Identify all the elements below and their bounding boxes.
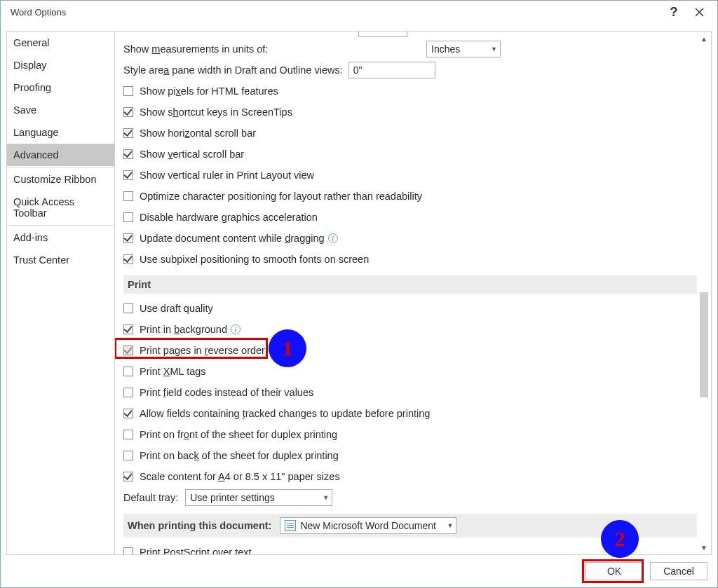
checkbox-label: Use draft quality bbox=[140, 303, 213, 314]
checkbox[interactable] bbox=[123, 324, 133, 334]
checkbox[interactable] bbox=[123, 170, 133, 180]
print-field-codes-row[interactable]: Print field codes instead of their value… bbox=[123, 382, 697, 403]
window-title: Word Options bbox=[11, 7, 661, 18]
checkbox-label: Allow fields containing tracked changes … bbox=[140, 408, 430, 419]
draft-quality-row[interactable]: Use draft quality bbox=[123, 298, 697, 319]
checkbox[interactable] bbox=[123, 107, 133, 117]
sidebar-separator bbox=[7, 167, 114, 167]
print-reverse-row[interactable]: Print pages in reverse order bbox=[123, 340, 697, 361]
measurement-units-value: Inches bbox=[431, 43, 460, 55]
checkbox-label: Show pixels for HTML features bbox=[140, 86, 278, 97]
options-content: ▼ Show measurements in units of: Inches▼… bbox=[115, 31, 712, 555]
checkbox[interactable] bbox=[123, 367, 133, 376]
checkbox-label: Show vertical scroll bar bbox=[140, 149, 244, 160]
checkbox-label: Disable hardware graphics acceleration bbox=[140, 212, 318, 223]
chevron-down-icon: ▼ bbox=[491, 46, 497, 53]
chevron-down-icon: ▼ bbox=[447, 522, 453, 529]
sidebar-item-customize-ribbon[interactable]: Customize Ribbon bbox=[7, 168, 114, 191]
checkbox-label: Print on back of the sheet for duplex pr… bbox=[140, 450, 339, 461]
checkbox-label: Show vertical ruler in Print Layout view bbox=[140, 170, 314, 181]
sidebar-item-quick-access[interactable]: Quick Access Toolbar bbox=[7, 191, 114, 224]
show-hscroll-row[interactable]: Show horizontal scroll bar bbox=[123, 123, 697, 144]
checkbox[interactable] bbox=[123, 388, 133, 397]
scroll-thumb[interactable] bbox=[700, 292, 708, 397]
word-options-window: Word Options ? General Display Proofing … bbox=[0, 0, 718, 588]
checkbox-label: Show horizontal scroll bar bbox=[140, 128, 256, 139]
document-icon bbox=[285, 520, 296, 531]
info-icon[interactable]: i bbox=[328, 233, 338, 243]
style-pane-width-row: Style area pane width in Draft and Outli… bbox=[123, 60, 697, 81]
allow-tracked-row[interactable]: Allow fields containing tracked changes … bbox=[123, 403, 697, 424]
close-icon bbox=[695, 8, 704, 17]
print-xml-row[interactable]: Print XML tags bbox=[123, 361, 697, 382]
checkbox[interactable] bbox=[123, 409, 133, 418]
checkbox[interactable] bbox=[123, 547, 133, 555]
chevron-down-icon: ▼ bbox=[323, 494, 329, 501]
checkbox-label: Print field codes instead of their value… bbox=[140, 387, 313, 398]
when-printing-section-header: When printing this document: New Microso… bbox=[123, 514, 697, 538]
dialog-footer: 2 OK Cancel bbox=[1, 555, 717, 587]
checkbox[interactable] bbox=[123, 451, 133, 460]
style-pane-width-label: Style area pane width in Draft and Outli… bbox=[123, 64, 343, 76]
chevron-down-icon: ▼ bbox=[398, 32, 404, 32]
checkbox[interactable] bbox=[123, 233, 133, 243]
checkbox-label: Print on front of the sheet for duplex p… bbox=[140, 429, 337, 440]
scroll-down-button[interactable]: ▼ bbox=[698, 542, 710, 553]
scroll-up-button[interactable]: ▲ bbox=[698, 33, 710, 44]
checkbox-label: Update document content while dragging bbox=[140, 233, 325, 244]
checkbox[interactable] bbox=[123, 212, 133, 222]
show-vscroll-row[interactable]: Show vertical scroll bar bbox=[123, 144, 697, 165]
sidebar-item-general[interactable]: General bbox=[7, 32, 114, 54]
when-printing-doc-combo[interactable]: New Microsoft Word Document ▼ bbox=[280, 517, 456, 534]
help-button[interactable]: ? bbox=[661, 1, 686, 24]
checkbox[interactable] bbox=[123, 303, 133, 313]
print-back-row[interactable]: Print on back of the sheet for duplex pr… bbox=[123, 445, 697, 466]
print-front-row[interactable]: Print on front of the sheet for duplex p… bbox=[123, 424, 697, 445]
print-background-row[interactable]: Print in backgroundi bbox=[123, 319, 697, 340]
sidebar-item-save[interactable]: Save bbox=[7, 99, 114, 121]
sidebar-item-trust-center[interactable]: Trust Center bbox=[7, 249, 114, 271]
show-vruler-row[interactable]: Show vertical ruler in Print Layout view bbox=[123, 165, 697, 186]
default-tray-combo[interactable]: Use printer settings▼ bbox=[185, 489, 332, 506]
checkbox[interactable] bbox=[123, 254, 133, 264]
checkbox-label: Use subpixel positioning to smooth fonts… bbox=[140, 254, 369, 265]
checkbox[interactable] bbox=[123, 472, 133, 481]
category-sidebar: General Display Proofing Save Language A… bbox=[6, 31, 115, 555]
disable-hw-accel-row[interactable]: Disable hardware graphics acceleration bbox=[123, 207, 697, 228]
sidebar-item-display[interactable]: Display bbox=[7, 54, 114, 76]
sidebar-item-proofing[interactable]: Proofing bbox=[7, 76, 114, 99]
checkbox-label: Print XML tags bbox=[140, 366, 206, 377]
close-button[interactable] bbox=[686, 1, 712, 24]
style-pane-width-input[interactable]: 0" bbox=[348, 62, 435, 78]
checkbox[interactable] bbox=[123, 346, 133, 355]
subpixel-row[interactable]: Use subpixel positioning to smooth fonts… bbox=[123, 249, 697, 270]
sidebar-item-advanced[interactable]: Advanced bbox=[7, 144, 114, 166]
sidebar-item-addins[interactable]: Add-ins bbox=[7, 226, 114, 249]
checkbox-label: Optimize character positioning for layou… bbox=[140, 191, 422, 202]
show-shortcut-keys-row[interactable]: Show shortcut keys in ScreenTips bbox=[123, 102, 697, 123]
checkbox[interactable] bbox=[123, 86, 133, 96]
when-printing-title: When printing this document: bbox=[128, 520, 271, 531]
cancel-button[interactable]: Cancel bbox=[650, 562, 707, 580]
print-section-header: Print bbox=[123, 275, 697, 294]
measurement-units-combo[interactable]: Inches▼ bbox=[426, 41, 501, 57]
postscript-over-text-row[interactable]: Print PostScript over text bbox=[123, 542, 697, 555]
scale-content-row[interactable]: Scale content for A4 or 8.5 x 11" paper … bbox=[123, 466, 697, 487]
when-printing-doc-name: New Microsoft Word Document bbox=[300, 520, 435, 531]
checkbox[interactable] bbox=[123, 149, 133, 159]
show-pixels-row[interactable]: Show pixels for HTML features bbox=[123, 81, 697, 102]
checkbox[interactable] bbox=[123, 430, 133, 439]
info-icon[interactable]: i bbox=[231, 324, 241, 334]
update-while-dragging-row[interactable]: Update document content while draggingi bbox=[123, 228, 697, 249]
optimize-positioning-row[interactable]: Optimize character positioning for layou… bbox=[123, 186, 697, 207]
ok-button[interactable]: OK bbox=[585, 562, 643, 580]
default-tray-label: Default tray: bbox=[123, 492, 178, 503]
checkbox[interactable] bbox=[123, 128, 133, 138]
checkbox-label: Print pages in reverse order bbox=[140, 345, 265, 356]
measurement-units-row: Show measurements in units of: Inches▼ bbox=[123, 39, 697, 60]
vertical-scrollbar[interactable]: ▲ ▼ bbox=[698, 33, 710, 553]
sidebar-item-language[interactable]: Language bbox=[7, 121, 114, 144]
checkbox-label: Show shortcut keys in ScreenTips bbox=[140, 107, 292, 118]
checkbox[interactable] bbox=[123, 191, 133, 201]
truncated-combo[interactable]: ▼ bbox=[358, 32, 407, 37]
